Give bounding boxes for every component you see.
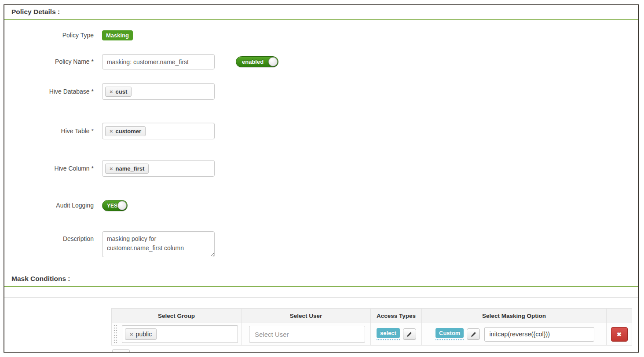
- policy-name-row: Policy Name * enabled: [4, 54, 638, 69]
- policy-enabled-toggle[interactable]: enabled: [236, 56, 278, 67]
- select-user-input[interactable]: [249, 326, 365, 342]
- description-label: Description: [4, 231, 94, 243]
- delete-icon: ✖: [617, 331, 622, 338]
- hive-database-input[interactable]: × cust: [102, 83, 215, 100]
- header-select-group: Select Group: [112, 309, 242, 323]
- audit-logging-toggle[interactable]: YES: [102, 200, 128, 211]
- tag-label: name_first: [116, 165, 145, 172]
- drag-handle-icon[interactable]: [113, 324, 117, 344]
- policy-details-title: Policy Details :: [4, 5, 638, 20]
- edit-masking-option-button[interactable]: [467, 328, 480, 340]
- mask-conditions-section: Select Group Select User Access Types Se…: [111, 308, 638, 353]
- pencil-icon: [471, 332, 476, 337]
- selected-tag: × name_first: [105, 164, 149, 174]
- hive-column-input[interactable]: × name_first: [102, 160, 215, 177]
- pencil-icon: [406, 332, 412, 337]
- hive-column-row: Hive Column * × name_first: [4, 160, 638, 177]
- page: { "colors": { "frame-border": "#3b3630",…: [0, 0, 644, 357]
- audit-logging-row: Audit Logging YES: [4, 200, 638, 211]
- plus-icon: ✚: [119, 351, 124, 353]
- tag-remove-icon[interactable]: ×: [130, 331, 133, 338]
- header-access-types: Access Types: [371, 309, 422, 323]
- header-select-masking-option: Select Masking Option: [422, 309, 607, 323]
- header-select-user: Select User: [242, 309, 371, 323]
- toggle-knob: [117, 201, 127, 210]
- selected-tag: × customer: [105, 126, 146, 136]
- policy-name-label: Policy Name *: [4, 58, 94, 66]
- policy-enabled-toggle-label: enabled: [242, 58, 263, 65]
- selected-tag: × cust: [105, 87, 132, 97]
- tag-remove-icon[interactable]: ×: [110, 165, 113, 172]
- tag-label: public: [136, 331, 152, 338]
- delete-row-button[interactable]: ✖: [611, 327, 628, 342]
- policy-type-label: Policy Type: [4, 32, 94, 39]
- access-types-value: select: [377, 328, 400, 338]
- hive-database-row: Hive Database * × cust: [4, 83, 638, 100]
- audit-logging-toggle-label: YES: [107, 203, 117, 209]
- add-condition-button[interactable]: ✚: [112, 349, 130, 353]
- description-row: Description masking policy for customer.…: [4, 231, 638, 257]
- masking-option-value: Custom: [435, 328, 464, 338]
- hive-database-label: Hive Database *: [4, 88, 94, 95]
- access-types-badge[interactable]: select: [377, 328, 400, 340]
- description-textarea[interactable]: masking policy for customer.name_first c…: [102, 231, 215, 257]
- selected-tag: × public: [125, 328, 157, 340]
- hive-table-input[interactable]: × customer: [102, 123, 215, 139]
- tag-label: customer: [116, 128, 142, 135]
- table-row: × public select: [112, 323, 632, 346]
- audit-logging-label: Audit Logging: [4, 202, 94, 209]
- mask-conditions-title: Mask Conditions :: [4, 272, 638, 287]
- mask-conditions-table: Select Group Select User Access Types Se…: [111, 308, 632, 346]
- toggle-knob: [268, 57, 278, 66]
- header-actions: [607, 309, 632, 323]
- masking-option-badge[interactable]: Custom: [435, 328, 464, 340]
- hive-column-label: Hive Column *: [4, 165, 94, 172]
- tag-label: cust: [116, 88, 128, 95]
- policy-type-badge: Masking: [102, 30, 133, 40]
- policy-type-row: Policy Type Masking: [4, 30, 638, 40]
- tag-remove-icon[interactable]: ×: [110, 128, 113, 135]
- hive-table-label: Hive Table *: [4, 128, 94, 135]
- tag-remove-icon[interactable]: ×: [110, 88, 113, 95]
- policy-name-input[interactable]: [102, 54, 215, 69]
- masking-expression-input[interactable]: [484, 327, 594, 342]
- policy-form-panel: Policy Details : Policy Type Masking Pol…: [4, 4, 639, 353]
- edit-access-types-button[interactable]: [403, 328, 416, 340]
- select-group-input[interactable]: × public: [122, 325, 238, 343]
- section-divider: [4, 297, 638, 298]
- table-header-row: Select Group Select User Access Types Se…: [112, 309, 632, 323]
- hive-table-row: Hive Table * × customer: [4, 123, 638, 139]
